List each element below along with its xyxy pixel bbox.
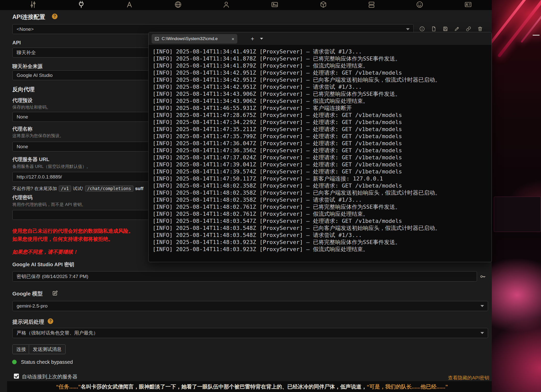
top-nav-bar: [0, 0, 492, 10]
tab-dropdown-chevron-icon[interactable]: [260, 38, 263, 40]
proxy-url-value: http://127.0.0.1:8889/: [17, 174, 62, 180]
trash-icon[interactable]: [477, 26, 483, 33]
send-test-message-button[interactable]: 发送测试消息: [29, 344, 66, 354]
log-line: [INFO] 2025-08-14T11:34:42.951Z [ProxySe…: [153, 83, 488, 91]
page-title: API连接配置: [12, 13, 45, 21]
tip-text: 不起作用? 在末尾添加: [12, 186, 57, 192]
auto-connect-label: 自动连接到上次的服务器: [22, 373, 77, 380]
screen: API连接配置 <None> API 聊天补全 聊天补全来源 Google AI…: [0, 0, 541, 392]
terminal-titlebar[interactable]: C:\Windows\System32\cmd.e: [149, 32, 492, 45]
terminal-log: [INFO] 2025-08-14T11:34:41.491Z [ProxySe…: [149, 45, 492, 259]
terminal-tab[interactable]: C:\Windows\System32\cmd.e: [152, 34, 237, 44]
proxy-warning-line2: 如果您使用代理，任何支持请求都将被拒绝。: [12, 236, 113, 243]
log-line: [INFO] 2025-08-14T11:34:41.491Z [ProxySe…: [153, 48, 488, 55]
post-processing-value: 严格（强制对话角色交替、用户最先）: [17, 330, 98, 336]
log-line: [INFO] 2025-08-14T11:47:36.047Z [ProxySe…: [153, 140, 488, 147]
proxy-url-tip: 不起作用? 在末尾添加 /v1 试试! /chat/completions su…: [12, 186, 144, 192]
cube-icon[interactable]: [320, 1, 327, 8]
connect-button[interactable]: 连接: [12, 344, 30, 354]
log-line: [INFO] 2025-08-14T11:47:34.229Z [ProxySe…: [153, 119, 488, 126]
close-icon[interactable]: [232, 37, 234, 41]
save-icon[interactable]: [442, 26, 448, 33]
terminal-tab-title: C:\Windows\System32\cmd.e: [162, 36, 229, 41]
model-label: Google 模型: [12, 290, 43, 297]
api-key-input[interactable]: 密钥已保存 (08/14/2025 7:47 PM): [12, 271, 477, 282]
wallpaper-decoration: [494, 197, 541, 232]
font-icon[interactable]: [126, 1, 133, 8]
image-icon[interactable]: [271, 1, 278, 8]
cards-icon[interactable]: [368, 1, 375, 8]
help-icon[interactable]: [52, 14, 58, 19]
log-line: [INFO] 2025-08-14T11:47:50.117Z [ProxySe…: [153, 175, 488, 182]
smiley-icon[interactable]: [416, 1, 423, 8]
proxy-url-hint: 备用服务器 URL（留空以使用默认值）。: [12, 164, 91, 169]
proxy-warning-line3: 如果您不同意，请不要继续！: [12, 249, 78, 255]
export-file-icon[interactable]: [431, 26, 437, 33]
proxy-preset-label: 代理预设: [12, 97, 33, 104]
log-line: [INFO] 2025-08-14T11:48:02.358Z [ProxySe…: [153, 182, 488, 189]
proxy-preset-value: None: [17, 114, 28, 120]
code-chip: /chat/completions: [85, 186, 133, 192]
chat-message-text: “任务......”名叫卡莎的女武僧闻言，眼神黯淡了一下，她看了一眼队伍中那个被…: [15, 383, 489, 390]
chevron-down-icon: [406, 28, 410, 30]
proxy-url-label: 代理服务器 URL: [12, 156, 49, 163]
model-select[interactable]: gemini-2.5-pro: [12, 301, 488, 311]
log-line: [INFO] 2025-08-14T11:34:41.879Z [ProxySe…: [153, 62, 488, 69]
chevron-down-icon: [480, 332, 484, 334]
terminal-icon: [155, 37, 159, 41]
log-line: [INFO] 2025-08-14T11:48:03.547Z [ProxySe…: [153, 218, 488, 225]
status-text: Status check bypassed: [21, 359, 73, 365]
proxy-name-hint: 这将显示为您保存的预设。: [12, 133, 64, 139]
globe-icon[interactable]: [174, 1, 182, 8]
source-select-value: Google AI Studio: [17, 73, 53, 78]
info-icon[interactable]: [419, 26, 425, 33]
tip-text: suff: [135, 186, 144, 191]
new-tab-button[interactable]: [248, 35, 257, 43]
proxy-name-value: None: [17, 144, 28, 149]
post-processing-label: 提示词后处理: [12, 318, 44, 325]
log-line: [INFO] 2025-08-14T11:47:28.675Z [ProxySe…: [153, 112, 488, 119]
link-icon[interactable]: [466, 26, 471, 33]
app-window: API连接配置 <None> API 聊天补全 聊天补全来源 Google AI…: [0, 0, 492, 392]
key-icon[interactable]: [479, 273, 486, 281]
proxy-preset-hint: 保存的地址和密码。: [12, 104, 51, 110]
sliders-icon[interactable]: [29, 1, 37, 8]
log-line: [INFO] 2025-08-14T11:47:39.574Z [ProxySe…: [153, 168, 488, 175]
proxy-name-label: 代理名称: [12, 126, 33, 132]
source-label: 聊天补全来源: [12, 63, 43, 70]
id-card-icon[interactable]: [464, 1, 472, 8]
minimize-icon[interactable]: [533, 35, 539, 36]
log-line: [INFO] 2025-08-14T11:47:39.041Z [ProxySe…: [153, 161, 488, 168]
code-chip: /v1: [59, 186, 71, 192]
api-key-label: Google AI Studio API 密钥: [12, 261, 74, 268]
chat-message-preview: “任务......”名叫卡莎的女武僧闻言，眼神黯淡了一下，她看了一眼队伍中那个被…: [7, 381, 492, 392]
hidden-api-keys-link[interactable]: 查看隐藏的API密钥: [448, 375, 489, 381]
plug-icon[interactable]: [77, 1, 85, 8]
api-select-value: 聊天补全: [17, 49, 36, 56]
terminal-window: C:\Windows\System32\cmd.e [INFO] 2025-08…: [148, 32, 492, 262]
pencil-icon[interactable]: [454, 26, 460, 33]
chat-quote: “任务......”: [56, 384, 81, 389]
log-line: [INFO] 2025-08-14T11:48:03.923Z [ProxySe…: [153, 246, 488, 253]
log-line: [INFO] 2025-08-14T11:48:02.358Z [ProxySe…: [153, 196, 488, 203]
log-line: [INFO] 2025-08-14T11:34:43.906Z [ProxySe…: [153, 98, 488, 105]
user-icon[interactable]: [222, 1, 230, 8]
edit-icon[interactable]: [52, 290, 58, 297]
proxy-warning-line1: 使用您自己未运行的代理会对您的数据隐私造成风险。: [12, 228, 133, 234]
post-processing-select[interactable]: 严格（强制对话角色交替、用户最先）: [12, 328, 488, 338]
reverse-proxy-title: 反向代理: [12, 86, 35, 93]
log-line: [INFO] 2025-08-14T11:34:43.906Z [ProxySe…: [153, 91, 488, 98]
log-line: [INFO] 2025-08-14T11:48:03.548Z [ProxySe…: [153, 225, 488, 232]
log-line: [INFO] 2025-08-14T11:47:37.024Z [ProxySe…: [153, 154, 488, 161]
log-line: [INFO] 2025-08-14T11:47:36.356Z [ProxySe…: [153, 147, 488, 154]
log-line: [INFO] 2025-08-14T11:48:02.761Z [ProxySe…: [153, 210, 488, 218]
log-line: [INFO] 2025-08-14T11:48:02.761Z [ProxySe…: [153, 203, 488, 210]
log-line: [INFO] 2025-08-14T11:34:42.951Z [ProxySe…: [153, 69, 488, 76]
auto-connect-checkbox[interactable]: [14, 374, 19, 379]
help-icon[interactable]: [48, 318, 53, 324]
tip-text: 试试!: [73, 186, 83, 192]
log-line: [INFO] 2025-08-14T11:48:03.923Z [ProxySe…: [153, 239, 488, 246]
log-line: [INFO] 2025-08-14T11:47:35.211Z [ProxySe…: [153, 126, 488, 133]
chat-quote: “可是，我们的队长......他已经......”: [367, 384, 448, 389]
chevron-down-icon: [480, 305, 484, 307]
